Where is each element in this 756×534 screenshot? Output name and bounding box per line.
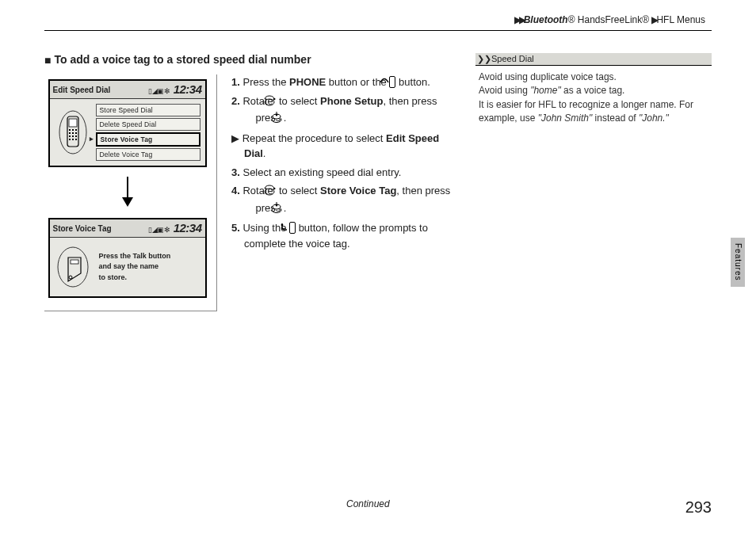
step-3: 3. Select an existing speed dial entry.	[231, 165, 456, 181]
chevron-icon: ▶▶	[514, 14, 524, 25]
svg-rect-9	[69, 135, 71, 137]
breadcrumb-1: Bluetooth	[524, 14, 568, 25]
side-tab-features: Features	[731, 238, 745, 287]
breadcrumb-2: HandsFreeLink	[575, 14, 643, 25]
svg-rect-8	[75, 132, 77, 134]
svg-point-26	[265, 189, 274, 195]
tip-body: Avoid using duplicate voice tags. Avoid …	[475, 66, 712, 131]
svg-marker-16	[122, 197, 133, 207]
continued-label: Continued	[346, 498, 390, 509]
svg-rect-11	[75, 135, 77, 137]
divider	[44, 30, 712, 31]
arrow-down-icon	[120, 175, 136, 210]
lcd-menu: Store Speed Dial Delete Speed Dial Store…	[96, 104, 200, 161]
phone-graphic-icon	[55, 110, 91, 154]
lcd-screen-store-voice-tag: Store Voice Tag ▯◢▣✻ 12:34	[48, 218, 207, 298]
menu-item: Delete Voice Tag	[96, 148, 200, 161]
lcd-prompt: Press the Talk button and say the name t…	[96, 250, 174, 285]
svg-rect-4	[72, 129, 74, 131]
tip-line: It is easier for HFL to recognize a long…	[479, 98, 708, 126]
tip-header: ❯❯Speed Dial	[475, 53, 712, 66]
instruction-steps: 1. Press the PHONE button or the button.…	[231, 74, 456, 311]
step-1: 1. Press the PHONE button or the button.	[231, 74, 456, 90]
svg-rect-7	[72, 132, 74, 134]
lcd-title: Edit Speed Dial	[53, 86, 111, 94]
page-number: 293	[685, 498, 712, 517]
phone-tag-graphic-icon	[55, 246, 91, 288]
lcd-clock: 12:34	[174, 221, 202, 235]
step-2: 2. Rotate to select Phone Setup, then pr…	[231, 93, 456, 128]
step-2-sub: ▶ Repeat the procedure to select Edit Sp…	[231, 131, 456, 162]
svg-rect-12	[69, 139, 71, 140]
triangle-icon: ▶	[231, 132, 239, 144]
svg-point-20	[265, 99, 274, 105]
svg-rect-13	[72, 139, 74, 140]
status-icons: ▯◢▣✻	[148, 226, 170, 234]
tip-line: Avoid using "home" as a voice tag.	[479, 84, 708, 97]
section-title: ■To add a voice tag to a stored speed di…	[44, 53, 456, 67]
menu-item: Store Speed Dial	[96, 104, 200, 116]
lcd-screen-edit-speed-dial: Edit Speed Dial ▯◢▣✻ 12:34	[48, 79, 207, 167]
lcd-clock: 12:34	[174, 82, 202, 96]
tip-line: Avoid using duplicate voice tags.	[479, 71, 708, 84]
svg-rect-19	[71, 260, 78, 264]
talk-icon	[289, 222, 296, 234]
square-bullet-icon: ■	[44, 54, 51, 67]
menu-item-selected: Store Voice Tag	[96, 132, 200, 147]
svg-rect-6	[69, 132, 71, 134]
breadcrumb: ▶▶Bluetooth® HandsFreeLink® ▶HFL Menus	[44, 14, 712, 25]
double-chevron-icon: ❯❯	[477, 54, 491, 63]
svg-point-32	[281, 224, 284, 227]
menu-item: Delete Speed Dial	[96, 118, 200, 131]
svg-rect-10	[72, 135, 74, 137]
step-4: 4. Rotate to select Store Voice Tag, the…	[231, 183, 456, 217]
svg-rect-3	[69, 129, 71, 131]
breadcrumb-3: HFL Menus	[656, 14, 705, 25]
svg-rect-2	[69, 119, 77, 127]
svg-rect-5	[75, 129, 77, 131]
status-icons: ▯◢▣✻	[148, 87, 170, 95]
screenshot-panel: Edit Speed Dial ▯◢▣✻ 12:34	[44, 74, 217, 311]
lcd-title: Store Voice Tag	[53, 224, 112, 233]
svg-rect-14	[75, 139, 77, 140]
step-5: 5. Using the button, follow the prompts …	[231, 220, 456, 251]
